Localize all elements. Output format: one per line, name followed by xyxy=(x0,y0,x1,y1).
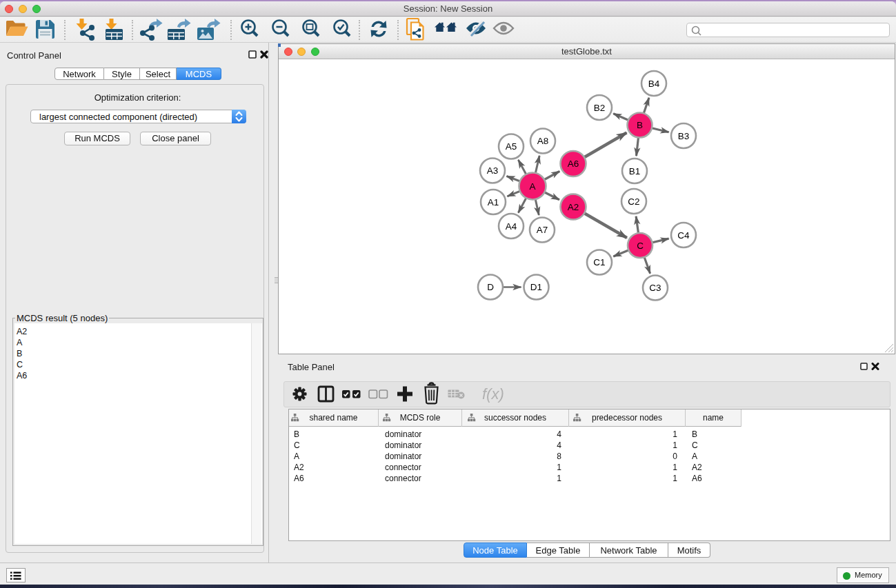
svg-text:C: C xyxy=(637,241,644,251)
svg-text:B1: B1 xyxy=(629,166,641,176)
svg-text:B3: B3 xyxy=(678,131,690,141)
svg-text:A8: A8 xyxy=(537,136,549,146)
svg-text:A3: A3 xyxy=(487,165,499,176)
svg-text:A6: A6 xyxy=(568,159,579,169)
svg-text:C2: C2 xyxy=(628,196,639,207)
svg-text:D: D xyxy=(487,282,494,292)
svg-text:A: A xyxy=(529,181,535,192)
svg-text:A5: A5 xyxy=(506,141,517,152)
svg-text:C3: C3 xyxy=(649,283,661,293)
svg-text:A2: A2 xyxy=(568,202,579,212)
svg-text:C4: C4 xyxy=(677,230,690,241)
svg-text:C1: C1 xyxy=(593,257,605,267)
svg-text:D1: D1 xyxy=(530,282,542,292)
svg-text:A4: A4 xyxy=(506,221,517,232)
svg-text:f(x): f(x) xyxy=(482,385,504,403)
svg-text:B2: B2 xyxy=(594,103,606,113)
svg-text:A1: A1 xyxy=(488,197,499,207)
svg-text:B: B xyxy=(637,120,643,130)
svg-text:A7: A7 xyxy=(537,225,548,235)
svg-text:B4: B4 xyxy=(648,79,660,89)
